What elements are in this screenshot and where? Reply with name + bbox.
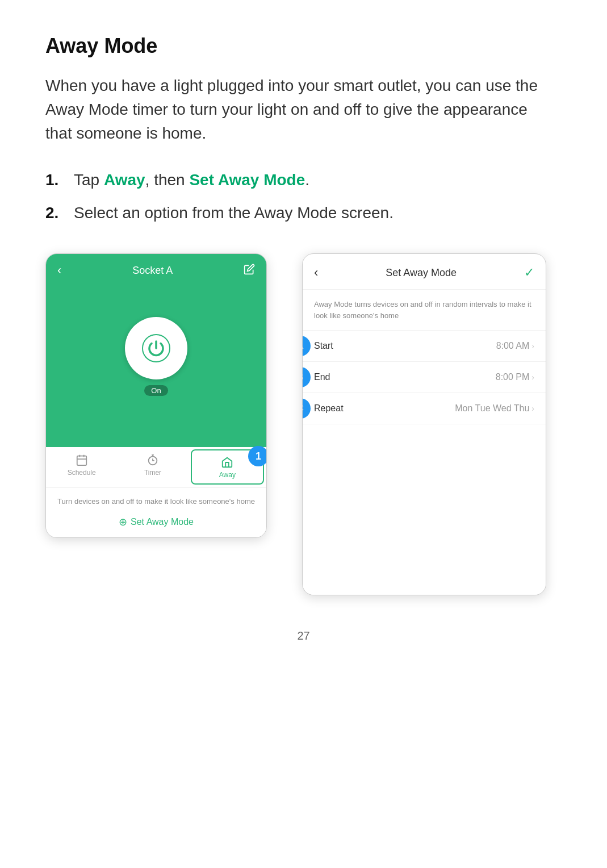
phones-container: ‹ Socket A On (45, 253, 562, 595)
tab-away[interactable]: Away 1 (191, 449, 264, 485)
step-2: 2. Select an option from the Away Mode s… (45, 201, 562, 225)
end-label: End (314, 372, 330, 382)
tab-timer[interactable]: Timer (117, 447, 188, 487)
badge-c: C (303, 398, 311, 419)
step-1-set-away-highlight: Set Away Mode (189, 171, 305, 189)
step-2-text: Select an option from the Away Mode scre… (74, 201, 393, 225)
right-description: Away Mode turns devices on and off in ra… (303, 290, 546, 331)
end-value: 8:00 PM › (496, 372, 534, 382)
phone-green-screen: ‹ Socket A On (46, 254, 266, 447)
phone-header: ‹ Socket A (46, 254, 266, 287)
power-circle[interactable] (125, 317, 187, 379)
end-chevron-icon: › (531, 373, 534, 382)
start-value: 8:00 AM › (496, 341, 534, 351)
tab-schedule-label: Schedule (68, 469, 96, 477)
intro-text: When you have a light plugged into your … (45, 74, 556, 145)
edit-icon[interactable] (244, 264, 255, 278)
right-phone-inner: ‹ Set Away Mode ✓ Away Mode turns device… (303, 254, 546, 595)
set-away-mode-button[interactable]: ⊕ Set Away Mode (119, 516, 194, 528)
repeat-chevron-icon: › (531, 404, 534, 413)
back-arrow-icon[interactable]: ‹ (57, 263, 61, 278)
repeat-value: Mon Tue Wed Thu › (455, 403, 534, 414)
tab-away-label: Away (219, 471, 236, 479)
set-away-mode-label: Set Away Mode (131, 517, 194, 527)
right-phone: ‹ Set Away Mode ✓ Away Mode turns device… (302, 253, 546, 595)
away-content: Turn devices on and off to make it look … (46, 487, 266, 537)
end-time: 8:00 PM (496, 372, 530, 382)
end-row[interactable]: B End 8:00 PM › (303, 362, 546, 393)
right-header-title: Set Away Mode (386, 267, 457, 279)
right-phone-wrapper: ‹ Set Away Mode ✓ Away Mode turns device… (302, 253, 546, 595)
tab-timer-label: Timer (144, 469, 161, 477)
start-chevron-icon: › (531, 341, 534, 350)
repeat-days: Mon Tue Wed Thu (455, 403, 529, 414)
repeat-row[interactable]: C Repeat Mon Tue Wed Thu › (303, 393, 546, 424)
start-time: 8:00 AM (496, 341, 530, 351)
page-title: Away Mode (45, 34, 562, 58)
repeat-label: Repeat (314, 403, 344, 414)
phone-bottom: Schedule Timer Away (46, 447, 266, 537)
step-badge-1: 1 (248, 446, 267, 466)
left-phone: ‹ Socket A On (45, 253, 267, 538)
right-back-arrow-icon[interactable]: ‹ (314, 265, 318, 280)
on-badge: On (144, 385, 168, 396)
start-label: Start (314, 341, 333, 351)
page-number: 27 (45, 629, 562, 642)
plus-icon: ⊕ (119, 516, 127, 528)
right-phone-header: ‹ Set Away Mode ✓ (303, 254, 546, 290)
step-2-number: 2. (45, 201, 74, 225)
steps-container: 1. Tap Away, then Set Away Mode. 2. Sele… (45, 168, 562, 225)
tab-schedule[interactable]: Schedule (46, 447, 117, 487)
start-row[interactable]: A Start 8:00 AM › (303, 331, 546, 362)
step-1-number: 1. (45, 168, 74, 192)
step-1: 1. Tap Away, then Set Away Mode. (45, 168, 562, 192)
badge-a: A (303, 336, 311, 356)
badge-b: B (303, 367, 311, 387)
empty-space (303, 424, 546, 595)
power-button-area: On (125, 317, 187, 396)
svg-rect-1 (77, 456, 86, 466)
away-description: Turn devices on and off to make it look … (57, 496, 255, 507)
tab-bar: Schedule Timer Away (46, 447, 266, 487)
step-1-away-highlight: Away (104, 171, 145, 189)
phone-header-title: Socket A (132, 265, 173, 277)
check-icon[interactable]: ✓ (524, 265, 534, 280)
step-1-text: Tap Away, then Set Away Mode. (74, 168, 309, 192)
